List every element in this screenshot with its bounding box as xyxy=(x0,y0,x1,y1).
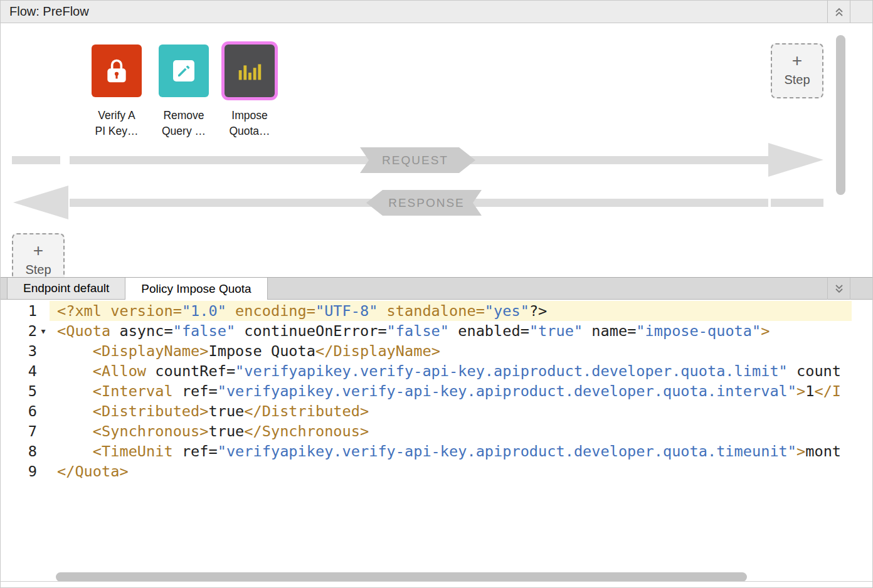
plus-icon: + xyxy=(792,52,802,70)
apigee-flow-editor: Flow: PreFlow Verify A PI Key… xyxy=(0,0,873,588)
code-text: <Synchronous>true</Synchronous> xyxy=(50,421,852,441)
code-text: <Allow countRef="verifyapikey.verify-api… xyxy=(50,361,852,381)
code-line[interactable]: 5 <Interval ref="verifyapikey.verify-api… xyxy=(1,381,872,401)
plus-icon: + xyxy=(33,242,43,260)
line-number: 2 xyxy=(1,321,37,341)
collapse-flow-button[interactable] xyxy=(827,1,850,23)
request-flow-bar-left xyxy=(12,156,60,164)
line-number: 5 xyxy=(1,381,37,401)
lock-icon xyxy=(92,45,142,97)
double-chevron-up-icon xyxy=(834,6,844,18)
code-editor[interactable]: 1<?xml version="1.0" encoding="UTF-8" st… xyxy=(1,300,872,582)
response-label-badge: RESPONSE xyxy=(366,190,482,216)
flow-canvas: Verify A PI Key… Remove Query … xyxy=(1,24,872,277)
fold-spacer xyxy=(37,301,50,321)
code-text: <Interval ref="verifyapikey.verify-api-k… xyxy=(50,381,852,401)
tab-endpoint-default[interactable]: Endpoint default xyxy=(7,278,125,299)
line-number: 4 xyxy=(1,361,37,381)
code-line[interactable]: 9</Quota> xyxy=(1,461,872,481)
line-number: 8 xyxy=(1,441,37,461)
collapse-editor-button[interactable] xyxy=(827,278,850,300)
request-arrow-right-icon xyxy=(768,143,823,177)
tab-policy-impose-quota[interactable]: Policy Impose Quota xyxy=(125,278,267,300)
fold-spacer xyxy=(37,381,50,401)
add-step-button-response[interactable]: + Step xyxy=(12,233,65,277)
code-text: <Quota async="false" continueOnError="fa… xyxy=(50,321,852,341)
response-arrow-left-icon xyxy=(13,186,68,219)
bar-chart-icon xyxy=(225,45,275,97)
code-line[interactable]: 3 <DisplayName>Impose Quota</DisplayName… xyxy=(1,341,872,361)
horizontal-scrollbar-thumb[interactable] xyxy=(56,572,747,582)
policy-step-verify-api-key[interactable]: Verify A PI Key… xyxy=(92,45,142,97)
editor-tab-bar: Endpoint default Policy Impose Quota xyxy=(1,277,872,300)
double-chevron-down-icon xyxy=(834,283,844,295)
line-number: 7 xyxy=(1,421,37,441)
step-label: Impose Quota… xyxy=(199,108,300,139)
policy-step-impose-quota[interactable]: Impose Quota… xyxy=(225,45,275,97)
line-number: 3 xyxy=(1,341,37,361)
request-label-badge: REQUEST xyxy=(360,147,475,173)
code-line[interactable]: 1<?xml version="1.0" encoding="UTF-8" st… xyxy=(1,301,872,321)
fold-spacer xyxy=(37,421,50,441)
fold-spacer xyxy=(37,461,50,481)
pencil-icon xyxy=(159,45,209,97)
code-lines: 1<?xml version="1.0" encoding="UTF-8" st… xyxy=(1,301,872,481)
flow-panel-header: Flow: PreFlow xyxy=(1,1,872,23)
code-line[interactable]: 4 <Allow countRef="verifyapikey.verify-a… xyxy=(1,361,872,381)
add-step-button-request[interactable]: + Step xyxy=(771,43,823,98)
fold-spacer xyxy=(37,441,50,461)
code-text: </Quota> xyxy=(50,461,852,481)
code-line[interactable]: 2▾<Quota async="false" continueOnError="… xyxy=(1,321,872,341)
fold-spacer xyxy=(37,341,50,361)
code-line[interactable]: 7 <Synchronous>true</Synchronous> xyxy=(1,421,872,441)
code-text: <DisplayName>Impose Quota</DisplayName> xyxy=(50,341,852,361)
fold-spacer xyxy=(37,361,50,381)
line-number: 9 xyxy=(1,461,37,481)
line-number: 1 xyxy=(1,301,37,321)
code-line[interactable]: 8 <TimeUnit ref="verifyapikey.verify-api… xyxy=(1,441,872,461)
code-text: <?xml version="1.0" encoding="UTF-8" sta… xyxy=(50,301,852,321)
bottom-edge xyxy=(1,581,872,587)
code-text: <TimeUnit ref="verifyapikey.verify-api-k… xyxy=(50,441,852,461)
response-flow-bar-right xyxy=(771,199,823,207)
code-line[interactable]: 6 <Distributed>true</Distributed> xyxy=(1,401,872,421)
policy-step-remove-query[interactable]: Remove Query … xyxy=(159,45,209,97)
code-text: <Distributed>true</Distributed> xyxy=(50,401,852,421)
fold-arrow-icon[interactable]: ▾ xyxy=(37,321,50,341)
flow-title: Flow: PreFlow xyxy=(9,4,89,19)
flow-vertical-scrollbar-thumb[interactable] xyxy=(836,35,845,195)
fold-spacer xyxy=(37,401,50,421)
line-number: 6 xyxy=(1,401,37,421)
